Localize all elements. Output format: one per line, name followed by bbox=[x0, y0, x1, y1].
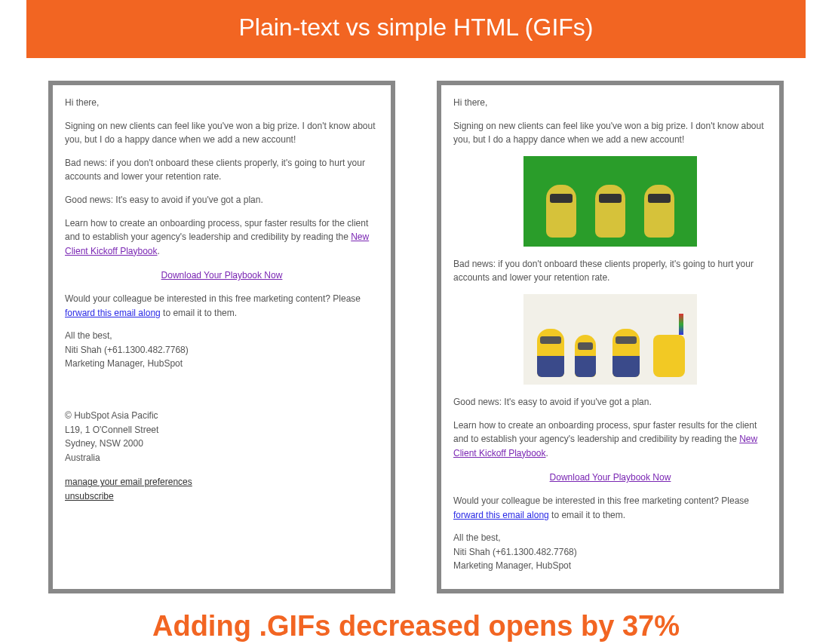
minion-icon bbox=[595, 185, 625, 238]
signature-block: All the best, Niti Shah (+61.1300.482.77… bbox=[453, 531, 767, 573]
learn-text: Learn how to create an onboarding proces… bbox=[65, 218, 368, 243]
foot-line-2: L19, 1 O'Connell Street bbox=[65, 423, 379, 437]
signature-block: All the best, Niti Shah (+61.1300.482.77… bbox=[65, 329, 379, 371]
forward-post: to email it to them. bbox=[161, 308, 237, 318]
learn-text: Learn how to create an onboarding proces… bbox=[453, 420, 757, 445]
gif-image-2 bbox=[523, 294, 697, 385]
good-news-paragraph: Good news: It's easy to avoid if you've … bbox=[65, 193, 379, 207]
plain-text-email: Hi there, Signing on new clients can fee… bbox=[48, 81, 395, 593]
minion-icon bbox=[575, 335, 596, 377]
result-caption: Adding .GIFs decreased opens by 37% bbox=[0, 610, 832, 644]
download-row: Download Your Playbook Now bbox=[65, 268, 379, 283]
sig-line-1: All the best, bbox=[65, 329, 379, 343]
foot-line-3: Sydney, NSW 2000 bbox=[65, 437, 379, 451]
sig-line-2: Niti Shah (+61.1300.482.7768) bbox=[65, 343, 379, 357]
forward-paragraph: Would your colleague be interested in th… bbox=[65, 292, 379, 320]
title-banner: Plain-text vs simple HTML (GIFs) bbox=[26, 0, 806, 58]
bad-news-paragraph: Bad news: if you don't onboard these cli… bbox=[453, 257, 767, 285]
sig-line-2: Niti Shah (+61.1300.482.7768) bbox=[453, 545, 767, 560]
download-row: Download Your Playbook Now bbox=[453, 471, 767, 485]
forward-link[interactable]: forward this email along bbox=[65, 308, 161, 318]
forward-paragraph: Would your colleague be interested in th… bbox=[453, 494, 767, 522]
sig-line-3: Marketing Manager, HubSpot bbox=[453, 559, 767, 573]
minion-icon bbox=[644, 185, 674, 238]
download-link[interactable]: Download Your Playbook Now bbox=[161, 270, 283, 281]
minion-icon bbox=[546, 185, 576, 238]
foot-line-4: Australia bbox=[65, 451, 379, 465]
gif-image-1 bbox=[523, 156, 697, 247]
manage-preferences-link[interactable]: manage your email preferences bbox=[65, 475, 379, 489]
html-gif-email: Hi there, Signing on new clients can fee… bbox=[437, 81, 784, 593]
intro-paragraph: Signing on new clients can feel like you… bbox=[453, 119, 767, 147]
unsubscribe-link[interactable]: unsubscribe bbox=[65, 489, 379, 504]
footer-links: manage your email preferences unsubscrib… bbox=[65, 475, 379, 503]
minion-icon bbox=[653, 335, 685, 377]
greeting: Hi there, bbox=[453, 96, 767, 110]
foot-line-1: © HubSpot Asia Pacific bbox=[65, 409, 379, 423]
download-link[interactable]: Download Your Playbook Now bbox=[550, 472, 671, 483]
minion-icon bbox=[612, 329, 640, 377]
learn-post: . bbox=[158, 246, 160, 256]
minion-icon bbox=[537, 329, 564, 377]
footer-address: © HubSpot Asia Pacific L19, 1 O'Connell … bbox=[65, 409, 379, 465]
sig-line-3: Marketing Manager, HubSpot bbox=[65, 357, 379, 371]
good-news-paragraph: Good news: It's easy to avoid if you've … bbox=[453, 395, 767, 409]
sig-line-1: All the best, bbox=[453, 531, 767, 545]
learn-paragraph: Learn how to create an onboarding proces… bbox=[453, 419, 767, 461]
forward-pre: Would your colleague be interested in th… bbox=[453, 495, 749, 506]
bad-news-paragraph: Bad news: if you don't onboard these cli… bbox=[65, 156, 379, 184]
comparison-columns: Hi there, Signing on new clients can fee… bbox=[0, 81, 832, 593]
learn-post: . bbox=[546, 448, 548, 458]
greeting: Hi there, bbox=[65, 96, 379, 110]
intro-paragraph: Signing on new clients can feel like you… bbox=[65, 119, 379, 147]
forward-post: to email it to them. bbox=[549, 510, 625, 520]
forward-pre: Would your colleague be interested in th… bbox=[65, 293, 361, 304]
learn-paragraph: Learn how to create an onboarding proces… bbox=[65, 216, 379, 259]
forward-link[interactable]: forward this email along bbox=[453, 510, 549, 520]
